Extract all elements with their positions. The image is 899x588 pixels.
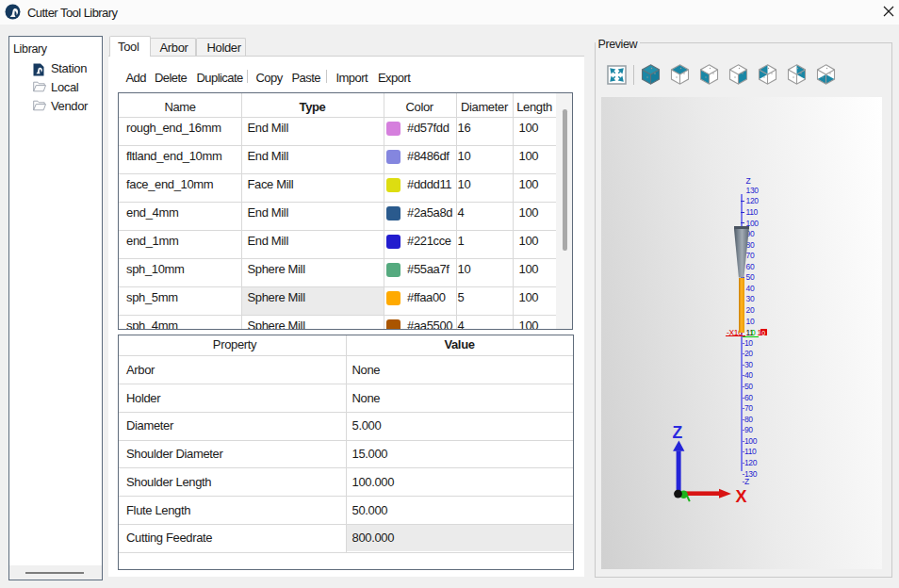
svg-text:X: X xyxy=(736,487,747,506)
svg-text:Z: Z xyxy=(673,423,683,442)
